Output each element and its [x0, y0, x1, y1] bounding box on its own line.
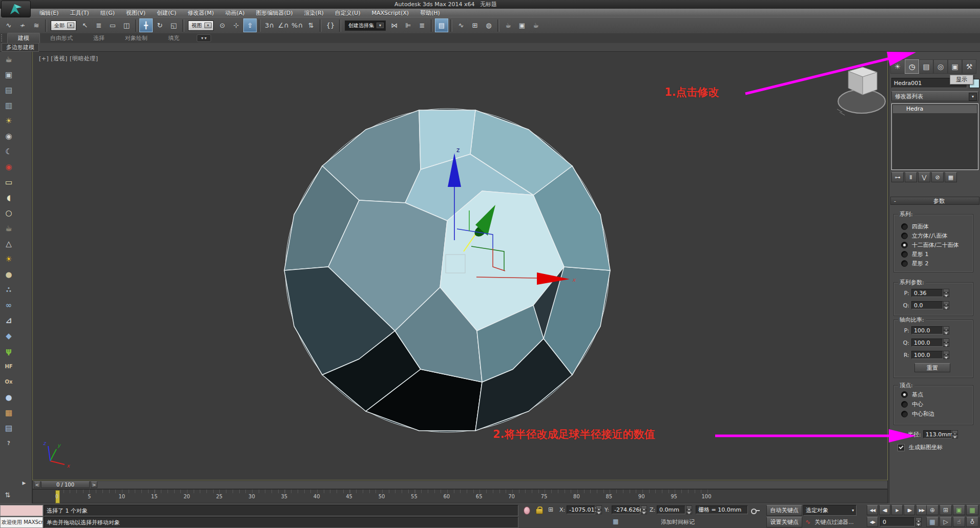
y-coordinate-field[interactable]: -274.626m	[612, 505, 640, 514]
camera-red-icon[interactable]: ◉	[1, 159, 16, 174]
go-to-end-button[interactable]: ▶▶	[916, 505, 927, 515]
auto-key-button[interactable]: 自动关键点	[766, 505, 802, 516]
sphere-tan-icon[interactable]: ●	[1, 267, 16, 282]
time-tag-icon[interactable]: ▦	[613, 518, 618, 525]
tab-建模[interactable]: 建模	[7, 33, 40, 43]
teapot-wire-icon[interactable]: ☕	[1, 221, 16, 236]
named-selection-sets-dropdown[interactable]: 创建选择集▾	[345, 20, 386, 31]
axis-q-field[interactable]: 100.0	[911, 339, 943, 347]
modifier-stack[interactable]: Hedra	[891, 103, 978, 170]
make-unique-icon[interactable]: ⋁	[918, 172, 930, 182]
select-object-icon[interactable]: ↖	[78, 18, 92, 32]
notification-balloon-icon[interactable]	[524, 506, 530, 515]
add-time-tag[interactable]: 添加时间标记	[661, 518, 695, 526]
selection-filter-dropdown[interactable]: 全部▾	[51, 20, 76, 31]
y-spinner[interactable]	[641, 505, 647, 514]
menu-视图(V)[interactable]: 视图(V)	[120, 9, 151, 17]
radio-button[interactable]	[901, 260, 908, 267]
window-crossing-icon[interactable]: ◫	[120, 18, 133, 32]
ref-coord-system-dropdown[interactable]: 视图▾	[188, 20, 214, 31]
key-mode-toggle[interactable]: ◀▶	[867, 517, 878, 527]
menu-修改器(M)[interactable]: 修改器(M)	[182, 9, 219, 17]
slider-prev-button[interactable]: <	[34, 481, 40, 488]
go-to-start-button[interactable]: ◀◀	[867, 505, 878, 515]
radio-星形 1[interactable]: 星形 1	[901, 250, 929, 258]
application-menu-button[interactable]	[1, 1, 31, 17]
previous-frame-button[interactable]: ◀▮	[879, 505, 890, 515]
radius-spinner[interactable]	[952, 430, 958, 438]
render-setup-icon[interactable]: ☕	[502, 18, 515, 32]
radio-button[interactable]	[901, 391, 908, 398]
mirror-icon[interactable]: ⋈	[388, 18, 401, 32]
render-teapot-icon[interactable]: ☕	[1, 52, 16, 67]
reset-button[interactable]: 重置	[914, 363, 950, 372]
macro-recorder-field[interactable]	[0, 505, 43, 516]
radio-中心和边[interactable]: 中心和边	[901, 410, 934, 418]
light-lister-icon[interactable]: ☀	[1, 113, 16, 128]
render-presets-icon[interactable]: ▥	[1, 98, 16, 113]
current-frame-field[interactable]: 0	[880, 517, 915, 526]
tab-选择[interactable]: 选择	[83, 33, 115, 43]
slider-next-button[interactable]: >	[91, 481, 97, 488]
use-pivot-center-icon[interactable]: ⊙	[216, 18, 229, 32]
select-and-scale-icon[interactable]: ◱	[167, 18, 180, 32]
molecule-icon[interactable]: ∞	[1, 298, 16, 312]
tab-polygon-modeling[interactable]: 多边形建模	[2, 43, 39, 52]
select-and-move-icon[interactable]: ╋	[139, 18, 153, 32]
radio-button[interactable]	[901, 223, 908, 230]
modifier-list-dropdown[interactable]: 修改器列表 ▾	[891, 91, 978, 101]
axis-q-spinner[interactable]	[943, 339, 949, 347]
orbit-button[interactable]: ♁	[966, 517, 978, 527]
time-slider[interactable]: < 0 / 100 >	[32, 480, 888, 489]
radio-四面体[interactable]: 四面体	[901, 223, 929, 230]
trackbar-toggle-icon[interactable]: ⇅	[2, 491, 13, 502]
axis-p-spinner[interactable]	[943, 326, 949, 334]
next-frame-button[interactable]: ▮▶	[904, 505, 915, 515]
z-spinner[interactable]	[686, 505, 692, 514]
maxscript-mini-listener[interactable]: 欢迎使用 MAXScr	[0, 517, 43, 528]
particle-array-icon[interactable]: ∴	[1, 282, 16, 297]
shape-dome-icon[interactable]: ◖	[1, 190, 16, 205]
menu-动画(A)[interactable]: 动画(A)	[219, 9, 250, 17]
zoom-all-button[interactable]: ⊞	[940, 505, 952, 515]
script-notes-icon[interactable]: ▤	[1, 420, 16, 435]
time-config-button[interactable]: ▦	[926, 517, 939, 527]
curve-editor-icon[interactable]: ∿	[454, 18, 468, 32]
selection-set-dropdown[interactable]: 选定对象 ▾	[803, 505, 857, 516]
menu-创建(C)[interactable]: 创建(C)	[151, 9, 182, 17]
shape-circle-icon[interactable]: ○	[1, 205, 16, 220]
rendered-frame-icon[interactable]: ▣	[1, 67, 16, 82]
time-slider-handle[interactable]: 0 / 100	[41, 481, 90, 488]
pin-stack-icon[interactable]: ⊶	[891, 172, 904, 182]
zoom-extents-button[interactable]: ▣	[953, 505, 965, 515]
bind-spacewarp-icon[interactable]: ≋	[30, 18, 43, 32]
layer-manager-icon[interactable]: ≣	[415, 18, 429, 32]
axis-r-field[interactable]: 100.0	[911, 351, 943, 359]
menu-组(G)[interactable]: 组(G)	[95, 9, 120, 17]
axis-r-spinner[interactable]	[943, 351, 949, 359]
viewcube[interactable]	[837, 67, 885, 115]
radio-button[interactable]	[901, 242, 908, 248]
series-p-field[interactable]: 0.36	[911, 289, 943, 297]
camera-speaker-icon[interactable]: ◉	[1, 129, 16, 143]
mini-slider-expand-icon[interactable]: ▶	[20, 480, 28, 489]
series-q-spinner[interactable]	[943, 301, 949, 309]
x-spinner[interactable]	[596, 505, 602, 514]
selection-lock-icon[interactable]	[536, 509, 543, 514]
x-coordinate-field[interactable]: -1075.011	[567, 505, 595, 514]
shape-cone-icon[interactable]: △	[1, 236, 16, 251]
select-link-icon[interactable]: ∿	[2, 18, 15, 32]
rock-asteroid-icon[interactable]: ◆	[1, 328, 16, 343]
grass-foliage-icon[interactable]: ψ	[1, 344, 16, 358]
render-dialog-icon[interactable]: ▤	[1, 82, 16, 97]
radio-button[interactable]	[901, 251, 908, 258]
remove-modifier-icon[interactable]: ⊘	[931, 172, 944, 182]
radio-button[interactable]	[901, 233, 908, 239]
show-end-result-icon[interactable]: Ⅱ	[905, 172, 917, 182]
set-key-button[interactable]: 设置关键点	[766, 517, 802, 527]
coordinate-mode-icon[interactable]: ⊞	[548, 506, 553, 513]
menu-工具(T)[interactable]: 工具(T)	[65, 9, 95, 17]
tab-utilities[interactable]: ⚒	[962, 59, 976, 74]
camera-night-icon[interactable]: ☾	[1, 144, 16, 159]
axis-p-field[interactable]: 100.0	[911, 326, 943, 334]
